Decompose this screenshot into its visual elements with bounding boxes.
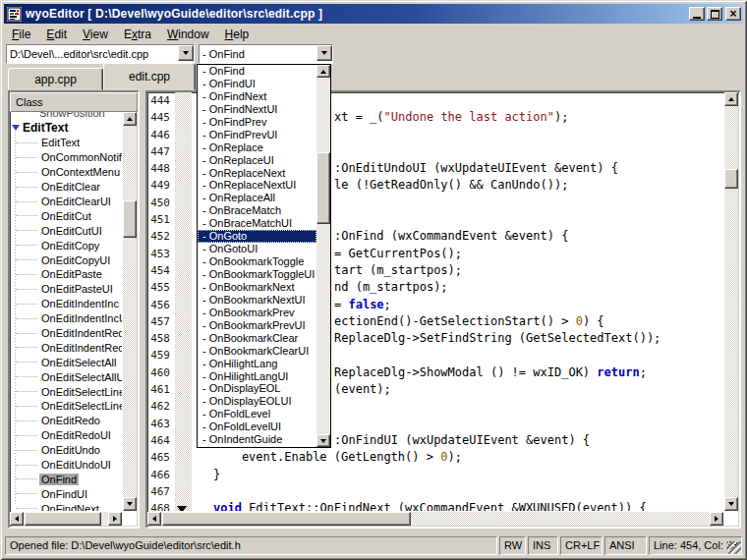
dropdown-item-ondisplayeolui[interactable]: - OnDisplayEOLUI: [198, 395, 316, 408]
tree-item-oneditpasteui[interactable]: OnEditPasteUI: [10, 282, 122, 297]
tree-item-oncontextmenu[interactable]: OnContextMenu: [10, 165, 122, 180]
tab-edit-cpp[interactable]: edit.cpp: [103, 63, 196, 90]
resize-grip[interactable]: [728, 541, 741, 554]
maximize-button[interactable]: [707, 7, 722, 21]
code-text[interactable]: event.Enable (GetLength() > 0);: [192, 449, 723, 466]
minimize-button[interactable]: [689, 7, 705, 21]
dropdown-item-onfindprevui[interactable]: - OnFindPrevUI: [198, 129, 316, 141]
dropdown-item-onbracematchui[interactable]: - OnBraceMatchUI: [198, 217, 316, 230]
scroll-up-button[interactable]: [316, 65, 330, 78]
tree-item-oneditcut[interactable]: OnEditCut: [10, 208, 122, 223]
tab-app-cpp[interactable]: app.cpp: [8, 68, 103, 90]
scroll-down-button[interactable]: [123, 497, 137, 511]
tree-item-oneditcopy[interactable]: OnEditCopy: [10, 238, 122, 252]
code-text[interactable]: [192, 483, 723, 500]
dropdown-item-onbookmarkprev[interactable]: - OnBookmarkPrev: [198, 307, 316, 319]
tree-item-oneditclearui[interactable]: OnEditClearUI: [10, 195, 122, 209]
dropdown-item-onfindnextui[interactable]: - OnFindNextUI: [198, 103, 316, 116]
dropdown-item-onhilightlang[interactable]: - OnHilightLang: [198, 358, 316, 370]
scroll-down-button[interactable]: [724, 497, 738, 511]
tree-item-oneditredo[interactable]: OnEditRedo: [10, 414, 122, 428]
file-combobox[interactable]: D:\Devel\...editor\src\edit.cpp: [6, 44, 195, 64]
scroll-thumb[interactable]: [162, 512, 411, 526]
dropdown-item-onfoldlevel[interactable]: - OnFoldLevel: [198, 408, 316, 420]
dropdown-item-onfindnext[interactable]: - OnFindNext: [198, 90, 316, 103]
tree-item-oneditindentredui[interactable]: OnEditIndentRedUI: [10, 340, 122, 355]
tree-horizontal-scrollbar[interactable]: [10, 511, 122, 527]
symbol-combobox-dropdown-button[interactable]: [316, 45, 332, 61]
tree-vertical-scrollbar[interactable]: [122, 112, 138, 511]
dropdown-item-onreplaceui[interactable]: - OnReplaceUI: [198, 154, 316, 167]
scroll-thumb[interactable]: [316, 152, 330, 224]
class-panel-header[interactable]: Class: [10, 92, 138, 112]
code-text[interactable]: void EditText::OnFindNext (wxCommandEven…: [192, 500, 723, 511]
dropdown-item-onbookmarknext[interactable]: - OnBookmarkNext: [198, 281, 316, 294]
close-button[interactable]: ×: [725, 7, 741, 21]
tree-item-oncommonnotify[interactable]: OnCommonNotify: [10, 150, 122, 165]
dropdown-item-ongotoui[interactable]: - OnGotoUI: [198, 243, 316, 255]
dropdown-item-onfindui[interactable]: - OnFindUI: [198, 78, 316, 90]
scroll-right-button[interactable]: [710, 512, 723, 526]
dropdown-item-onhilightlangui[interactable]: - OnHilightLangUI: [198, 370, 316, 383]
dropdown-item-onbookmarkclear[interactable]: - OnBookmarkClear: [198, 332, 316, 345]
menu-window[interactable]: Window: [159, 26, 217, 43]
tree-item-edittext[interactable]: EditText: [10, 136, 122, 150]
scroll-track[interactable]: [724, 106, 738, 497]
symbol-combobox[interactable]: - OnFind: [199, 44, 333, 64]
scroll-thumb[interactable]: [123, 200, 137, 238]
symbol-dropdown-list[interactable]: - OnFind- OnFindUI- OnFindNext- OnFindNe…: [197, 64, 331, 448]
tree-item-oneditselectlineui[interactable]: OnEditSelectLineUI: [10, 399, 122, 414]
dropdown-item-onreplacenext[interactable]: - OnReplaceNext: [198, 167, 316, 180]
class-tree[interactable]: ShowPosition EditText EditTextOnCommonNo…: [10, 112, 122, 511]
dropdown-item-onfind[interactable]: - OnFind: [198, 65, 316, 78]
editor-horizontal-scrollbar[interactable]: [147, 511, 723, 527]
dropdown-item-onbookmarkclearui[interactable]: - OnBookmarkClearUI: [198, 345, 316, 358]
scroll-thumb[interactable]: [25, 512, 101, 526]
tree-item-onfind[interactable]: OnFind: [10, 472, 122, 486]
tree-item-oneditindentincui[interactable]: OnEditIndentIncUI: [10, 311, 122, 326]
dropdown-item-ondisplayeol[interactable]: - OnDisplayEOL: [198, 382, 316, 395]
tree-item-oneditclear[interactable]: OnEditClear: [10, 180, 122, 195]
tree-item-oneditundoui[interactable]: OnEditUndoUI: [10, 458, 122, 473]
tree-item-onfindui[interactable]: OnFindUI: [10, 486, 122, 501]
tree-item-oneditselectall[interactable]: OnEditSelectAll: [10, 355, 122, 369]
tree-item-oneditcopyui[interactable]: OnEditCopyUI: [10, 252, 122, 267]
tree-item-oneditpaste[interactable]: OnEditPaste: [10, 267, 122, 282]
dropdown-scrollbar[interactable]: [316, 65, 330, 447]
dropdown-item-onfindprev[interactable]: - OnFindPrev: [198, 116, 316, 129]
menu-extra[interactable]: Extra: [116, 26, 159, 43]
tree-root-edittext[interactable]: EditText: [10, 119, 122, 136]
dropdown-item-onindentguide[interactable]: - OnIndentGuide: [198, 433, 316, 446]
dropdown-item-onbookmarktoggle[interactable]: - OnBookmarkToggle: [198, 255, 316, 268]
tree-item-oneditcutui[interactable]: OnEditCutUI: [10, 223, 122, 238]
tree-item-oneditredoui[interactable]: OnEditRedoUI: [10, 428, 122, 443]
dropdown-item-onreplace[interactable]: - OnReplace: [198, 141, 316, 154]
scroll-track[interactable]: [316, 78, 330, 434]
file-combobox-dropdown-button[interactable]: [178, 45, 194, 61]
tree-collapse-icon[interactable]: [12, 125, 20, 131]
menu-edit[interactable]: Edit: [38, 26, 75, 43]
scroll-up-button[interactable]: [724, 92, 738, 106]
tree-item-oneditselectline[interactable]: OnEditSelectLine: [10, 384, 122, 399]
scroll-right-button[interactable]: [108, 512, 122, 526]
dropdown-item-onreplacenextui[interactable]: - OnReplaceNextUI: [198, 179, 316, 192]
scroll-thumb[interactable]: [724, 169, 738, 189]
dropdown-item-onbookmarkprevui[interactable]: - OnBookmarkPrevUI: [198, 319, 316, 332]
menu-file[interactable]: File: [4, 26, 38, 43]
scroll-left-button[interactable]: [10, 512, 24, 526]
tree-item-oneditindentred[interactable]: OnEditIndentRed: [10, 326, 122, 341]
scroll-up-button[interactable]: [123, 112, 137, 126]
tree-item-onfindnext[interactable]: OnFindNext: [10, 501, 122, 511]
code-text[interactable]: }: [192, 467, 723, 483]
editor-vertical-scrollbar[interactable]: [723, 92, 739, 511]
tree-item-oneditindentinc[interactable]: OnEditIndentInc: [10, 297, 122, 311]
dropdown-item-onbookmarktoggleui[interactable]: - OnBookmarkToggleUI: [198, 268, 316, 281]
menu-view[interactable]: View: [75, 26, 116, 43]
dropdown-item-onbookmarknextui[interactable]: - OnBookmarkNextUI: [198, 294, 316, 307]
tree-item-oneditundo[interactable]: OnEditUndo: [10, 443, 122, 458]
scroll-track[interactable]: [123, 126, 137, 497]
tree-item-clipped[interactable]: ShowPosition: [10, 112, 122, 119]
scroll-left-button[interactable]: [147, 512, 161, 526]
dropdown-item-onbracematch[interactable]: - OnBraceMatch: [198, 204, 316, 217]
dropdown-item-onfoldlevelui[interactable]: - OnFoldLevelUI: [198, 420, 316, 433]
